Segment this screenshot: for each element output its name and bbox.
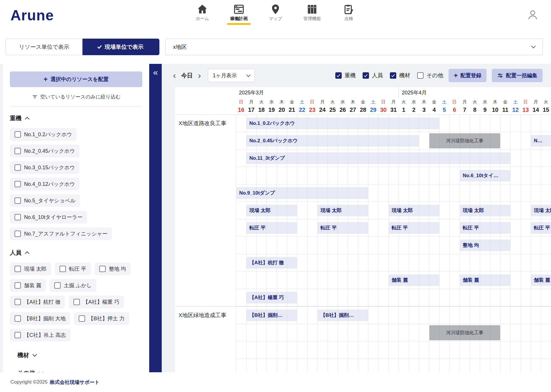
area-select[interactable]: x地区 xyxy=(165,39,543,55)
nav-item-admin[interactable]: 管理機能 xyxy=(298,3,327,25)
assignment-bar[interactable]: 舗装 麗 xyxy=(389,274,439,286)
resource-chip[interactable]: 【C社】吊上 高志 xyxy=(10,329,71,341)
assignment-bar[interactable]: 舗装 麗 xyxy=(460,274,510,286)
assignment-bar[interactable]: 【A社】楊重 巧 xyxy=(246,292,297,303)
section-header-heavy-machinery[interactable]: 重機 xyxy=(10,114,142,122)
checkbox-icon[interactable] xyxy=(15,197,21,204)
assignment-bar[interactable]: 整地 均 xyxy=(460,240,510,251)
checkbox-icon[interactable] xyxy=(15,299,21,305)
resource-chip[interactable]: 【B社】掘削 大地 xyxy=(10,312,70,325)
chip-row: No.3_0.15バックホウ xyxy=(10,161,142,174)
checkbox-icon[interactable] xyxy=(15,266,21,272)
checkbox-icon[interactable] xyxy=(54,282,61,289)
gantt-row: 【A社】楊重 巧 xyxy=(236,289,551,306)
resource-chip[interactable]: 【B社】押土 力 xyxy=(74,312,129,325)
resource-chip[interactable]: 【A社】杭打 徹 xyxy=(10,296,65,308)
assignment-bar[interactable]: 転圧 平 xyxy=(389,222,439,234)
resource-chip[interactable]: No.7_アスファルトフィニッシャー xyxy=(10,227,112,240)
assignment-bar[interactable]: 現場 太郎 xyxy=(531,205,551,216)
assign-selected-button[interactable]: + 選択中のリソースを配置 xyxy=(10,71,142,87)
bulk-edit-button[interactable]: 配置一括編集 xyxy=(492,69,543,82)
next-period-button[interactable]: › xyxy=(197,71,201,80)
checkbox-icon[interactable] xyxy=(15,332,21,338)
today-button[interactable]: 今日 xyxy=(181,72,193,80)
resource-chip[interactable]: 土掘 ふかし xyxy=(50,279,96,292)
checkbox-icon[interactable] xyxy=(335,72,342,79)
assignment-bar[interactable]: No.11_3tダンプ xyxy=(246,152,510,164)
resource-chip[interactable]: 【A社】楊重 巧 xyxy=(69,296,124,308)
assignment-bar[interactable]: N… xyxy=(531,135,551,147)
assignment-bar[interactable]: 【B社】掘削… xyxy=(318,310,368,321)
resource-chip[interactable]: No.6_10tタイヤローラー xyxy=(10,211,87,224)
resource-chip[interactable]: 現場 太郎 xyxy=(10,262,51,275)
other-site-bar[interactable]: 河川堤防強化工事 xyxy=(429,325,500,340)
assignment-bar[interactable]: 転圧 平 xyxy=(318,222,368,234)
checkbox-icon[interactable] xyxy=(73,299,80,305)
user-account-icon[interactable] xyxy=(527,9,539,21)
checkbox-icon[interactable] xyxy=(390,72,396,79)
checkbox-icon[interactable] xyxy=(15,282,21,289)
register-assignment-button[interactable]: + 配置登録 xyxy=(449,69,487,82)
resource-chip[interactable]: No.5_タイヤショベル xyxy=(10,194,80,207)
section-header-equipment[interactable]: 機材 xyxy=(17,351,142,359)
nav-item-map[interactable]: マップ xyxy=(261,3,290,25)
type-filter-label: 機材 xyxy=(399,72,410,79)
nav-item-inspection[interactable]: 点検 xyxy=(334,3,363,25)
assignment-bar[interactable]: 【A社】杭打 徹 xyxy=(246,257,297,269)
checkbox-icon[interactable] xyxy=(417,72,424,79)
assignment-bar[interactable]: 現場 太郎 xyxy=(389,205,439,216)
site-view-button[interactable]: 現場単位で表示 xyxy=(82,39,159,55)
type-filter-重機[interactable]: 重機 xyxy=(335,72,356,79)
type-filter-その他[interactable]: その他 xyxy=(417,72,443,79)
assignment-bar[interactable]: No.2_0.45バックホウ xyxy=(246,135,419,147)
checkbox-icon[interactable] xyxy=(60,266,66,272)
checkbox-icon[interactable] xyxy=(15,214,21,220)
assignment-bar[interactable]: 転圧 平 xyxy=(460,222,510,234)
checkbox-icon[interactable] xyxy=(79,315,85,322)
assignment-bar[interactable]: 転圧 平 xyxy=(531,222,551,234)
assignment-bar[interactable]: 舗装 麗 xyxy=(531,274,551,286)
type-filter-人員[interactable]: 人員 xyxy=(363,72,383,79)
resource-chip[interactable]: 整地 均 xyxy=(95,262,131,275)
resource-chip[interactable]: No.1_0.2バックホウ xyxy=(10,128,77,141)
date-cell: 12 xyxy=(510,106,521,114)
assignment-bar[interactable]: 【B社】掘削… xyxy=(246,310,297,321)
checkbox-icon[interactable] xyxy=(15,164,21,171)
resource-view-button[interactable]: リソース単位で表示 xyxy=(6,39,82,55)
filter-available-link[interactable]: 空いているリソースのみに絞り込む xyxy=(10,93,142,100)
assignment-bar[interactable]: No.9_10tダンプ xyxy=(236,187,368,199)
assignment-bar[interactable]: No.6_10tタイ… xyxy=(460,170,510,181)
checkbox-icon[interactable] xyxy=(15,315,21,322)
resource-chip[interactable]: No.3_0.15バックホウ xyxy=(10,161,80,174)
resource-chip[interactable]: No.4_0.12バックホウ xyxy=(10,178,80,190)
type-filter-機材[interactable]: 機材 xyxy=(390,72,410,79)
prev-period-button[interactable]: ‹ xyxy=(172,71,177,80)
period-select[interactable]: 1ヶ月表示 xyxy=(208,69,255,82)
checkbox-icon[interactable] xyxy=(15,231,21,237)
section-header-other[interactable]: その他 xyxy=(17,369,142,372)
other-site-bar[interactable]: 河川堤防強化工事 xyxy=(429,133,500,148)
dow-cell: 火 xyxy=(399,98,409,106)
resource-chip[interactable]: 舗装 麗 xyxy=(10,279,46,292)
project-group: X地区緑地造成工事【B社】掘削…【B社】掘削…河川堤防強化工事 xyxy=(175,306,551,372)
assignment-bar[interactable]: 現場 太郎 xyxy=(318,205,368,216)
assignment-bar[interactable]: No.1_0.2バックホウ xyxy=(246,118,439,129)
checkbox-icon[interactable] xyxy=(363,72,369,79)
resource-chip-label: No.1_0.2バックホウ xyxy=(24,131,72,138)
nav-item-schedule[interactable]: 稼働計画 xyxy=(224,3,253,25)
checkbox-icon[interactable] xyxy=(15,131,21,138)
dow-cell: 金 xyxy=(358,98,368,106)
resource-chip[interactable]: No.2_0.45バックホウ xyxy=(10,145,80,157)
checkbox-icon[interactable] xyxy=(99,266,106,272)
section-header-personnel[interactable]: 人員 xyxy=(10,249,142,257)
nav-item-home[interactable]: ホーム xyxy=(188,3,217,25)
resource-chip[interactable]: 転圧 平 xyxy=(55,262,91,275)
checkbox-icon[interactable] xyxy=(15,181,21,187)
assignment-bar[interactable]: 現場 太郎 xyxy=(460,205,510,216)
assignment-bar[interactable]: 現場 太郎 xyxy=(246,205,297,216)
sidebar-collapse-button[interactable]: « xyxy=(153,68,158,372)
assignment-bar[interactable]: 転圧 平 xyxy=(246,222,297,234)
checkbox-icon[interactable] xyxy=(15,148,21,154)
resource-chip-label: No.6_10tタイヤローラー xyxy=(24,214,82,221)
company-link[interactable]: 株式会社現場サポート xyxy=(50,379,100,386)
